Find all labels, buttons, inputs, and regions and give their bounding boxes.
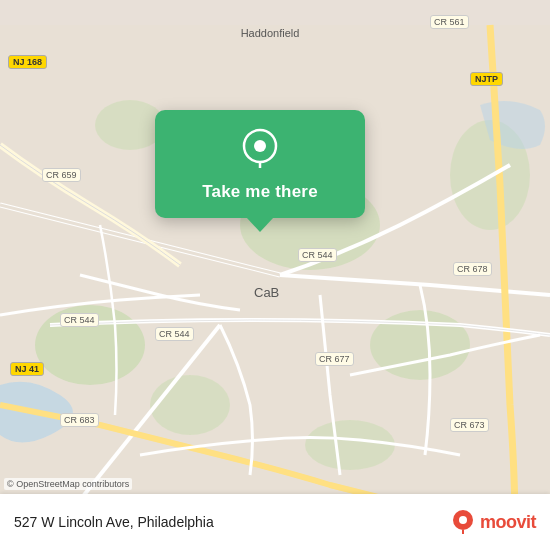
cr544c-label: CR 544 bbox=[155, 327, 194, 341]
address-text: 527 W Lincoln Ave, Philadelphia bbox=[14, 514, 214, 530]
cr678-label: CR 678 bbox=[453, 262, 492, 276]
cr544b-label: CR 544 bbox=[60, 313, 99, 327]
nj41-label: NJ 41 bbox=[10, 362, 44, 376]
popup-card: Take me there bbox=[155, 110, 365, 218]
nj168-label: NJ 168 bbox=[8, 55, 47, 69]
cr544a-label: CR 544 bbox=[298, 248, 337, 262]
njtp-label: NJTP bbox=[470, 72, 503, 86]
svg-point-10 bbox=[254, 140, 266, 152]
cr677-label: CR 677 bbox=[315, 352, 354, 366]
svg-point-6 bbox=[305, 420, 395, 470]
svg-text:Haddonfield: Haddonfield bbox=[241, 27, 300, 39]
cab-label: CaB bbox=[254, 285, 279, 300]
cr561-label: CR 561 bbox=[430, 15, 469, 29]
moovit-wordmark: moovit bbox=[480, 512, 536, 533]
cr673-label: CR 673 bbox=[450, 418, 489, 432]
cr659-label: CR 659 bbox=[42, 168, 81, 182]
take-me-there-button[interactable]: Take me there bbox=[202, 182, 318, 202]
svg-point-5 bbox=[150, 375, 230, 435]
location-pin-icon bbox=[238, 128, 282, 172]
map-container: Haddonfield NJ 168 CR 561 NJTP CR 659 CR… bbox=[0, 0, 550, 550]
moovit-icon bbox=[449, 508, 477, 536]
bottom-bar: 527 W Lincoln Ave, Philadelphia moovit bbox=[0, 494, 550, 550]
osm-attribution: © OpenStreetMap contributors bbox=[4, 478, 132, 490]
cr683-label: CR 683 bbox=[60, 413, 99, 427]
svg-point-12 bbox=[459, 516, 467, 524]
moovit-logo: moovit bbox=[449, 508, 536, 536]
